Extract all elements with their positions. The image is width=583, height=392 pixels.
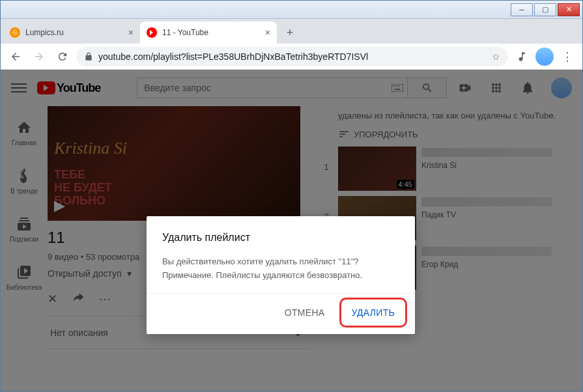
window-minimize-button[interactable]: ─ bbox=[511, 3, 533, 16]
tab-title: 11 - YouTube bbox=[162, 28, 208, 37]
address-bar[interactable]: youtube.com/playlist?list=PLe358UBrhDjNx… bbox=[76, 47, 508, 66]
favicon-lumpics-icon bbox=[10, 27, 20, 38]
tab-title: Lumpics.ru bbox=[25, 28, 64, 37]
browser-toolbar: youtube.com/playlist?list=PLe358UBrhDjNx… bbox=[1, 44, 582, 70]
window-maximize-button[interactable]: ▢ bbox=[534, 3, 556, 16]
browser-profile-avatar[interactable] bbox=[535, 48, 554, 66]
lock-icon bbox=[84, 52, 93, 61]
dialog-message-line1: Вы действительно хотите удалить плейлист… bbox=[162, 255, 399, 269]
nav-back-button[interactable] bbox=[6, 47, 25, 66]
confirm-highlight: УДАЛИТЬ bbox=[339, 298, 407, 328]
window-close-button[interactable]: ✕ bbox=[558, 3, 580, 16]
browser-tab-lumpics[interactable]: Lumpics.ru × bbox=[3, 21, 140, 44]
address-url: youtube.com/playlist?list=PLe358UBrhDjNx… bbox=[98, 51, 368, 62]
tab-close-icon[interactable]: × bbox=[128, 27, 134, 38]
bookmark-star-icon[interactable]: ☆ bbox=[492, 51, 500, 62]
dialog-title: Удалить плейлист bbox=[162, 232, 399, 244]
nav-reload-button[interactable] bbox=[53, 47, 72, 66]
media-control-icon[interactable] bbox=[512, 47, 532, 66]
browser-menu-button[interactable]: ⋮ bbox=[558, 47, 577, 66]
window-titlebar: ─ ▢ ✕ bbox=[1, 1, 582, 19]
new-tab-button[interactable]: + bbox=[281, 23, 299, 42]
cancel-button[interactable]: ОТМЕНА bbox=[276, 298, 334, 328]
delete-confirm-button[interactable]: УДАЛИТЬ bbox=[343, 301, 404, 324]
browser-tab-youtube[interactable]: 11 - YouTube × bbox=[140, 21, 277, 44]
delete-playlist-dialog: Удалить плейлист Вы действительно хотите… bbox=[147, 216, 415, 334]
tab-close-icon[interactable]: × bbox=[265, 27, 270, 38]
dialog-message-line2: Примечание. Плейлисты удаляются безвозвр… bbox=[162, 269, 399, 283]
favicon-youtube-icon bbox=[147, 27, 157, 38]
nav-forward-button bbox=[29, 47, 49, 66]
browser-tab-strip: Lumpics.ru × 11 - YouTube × + bbox=[1, 19, 582, 44]
